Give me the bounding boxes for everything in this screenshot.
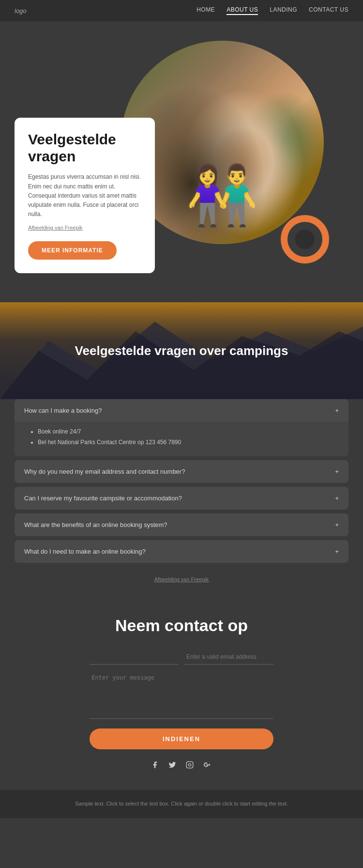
faq-header-5[interactable]: What do I need to make an online booking… (15, 540, 348, 563)
faq-header-3[interactable]: Can I reserve my favourite campsite or a… (15, 487, 348, 510)
faq-toggle-3[interactable]: + (335, 495, 339, 502)
hero-attribution: Afbeelding van Freepik (28, 224, 141, 232)
faq-question-3: Can I reserve my favourite campsite or a… (24, 495, 182, 502)
contact-email-input[interactable] (184, 650, 273, 665)
hero-section: Veelgestelde vragen Egestas purus viverr… (0, 21, 363, 302)
faq-body-1: Boek online 24/7 Bel het National Parks … (15, 422, 348, 456)
contact-title: Neem contact op (15, 616, 348, 635)
freepik-link[interactable]: Freepik (65, 225, 83, 231)
hero-description: Egestas purus viverra accumsan in nisl n… (28, 172, 141, 219)
contact-name-input[interactable] (90, 650, 179, 665)
faq-item-4: What are the benefits of an online booki… (15, 513, 348, 536)
faq-attribution: Afbeelding van Freepik (15, 567, 348, 587)
googleplus-icon[interactable] (203, 761, 212, 771)
faq-header-1[interactable]: How can I make a booking? + (15, 399, 348, 422)
nav-about[interactable]: ABOUT US (227, 6, 258, 15)
faq-header-2[interactable]: Why do you need my email address and con… (15, 460, 348, 483)
hero-title: Veelgestelde vragen (28, 131, 141, 165)
footer-text: Sample text. Click to select the text bo… (15, 800, 348, 808)
nav-landing[interactable]: LANDING (270, 6, 297, 15)
faq-question-4: What are the benefits of an online booki… (24, 521, 167, 528)
facebook-icon[interactable] (151, 761, 159, 771)
faq-freepik-link[interactable]: Freepik (191, 576, 209, 582)
faq-question-5: What do I need to make an online booking… (24, 548, 146, 555)
svg-rect-2 (186, 762, 193, 768)
nav-home[interactable]: HOME (197, 6, 215, 15)
faq-toggle-4[interactable]: + (335, 521, 339, 528)
orange-ring-decoration (281, 215, 329, 264)
contact-section: Neem contact op INDIENEN (0, 597, 363, 790)
faq-answer-item-2: Bel het National Parks Contact Centre op… (38, 437, 334, 448)
faq-toggle-2[interactable]: + (335, 468, 339, 475)
twitter-icon[interactable] (168, 761, 176, 771)
contact-message-textarea[interactable] (90, 670, 273, 719)
contact-form: INDIENEN (90, 650, 273, 749)
faq-toggle-5[interactable]: + (335, 548, 339, 555)
faq-section-title: Veelgestelde vragen over campings (65, 343, 298, 358)
contact-submit-button[interactable]: INDIENEN (90, 728, 273, 749)
faq-item-1: How can I make a booking? + Boek online … (15, 399, 348, 456)
faq-header-4[interactable]: What are the benefits of an online booki… (15, 513, 348, 536)
faq-item-3: Can I reserve my favourite campsite or a… (15, 487, 348, 510)
faq-item-2: Why do you need my email address and con… (15, 460, 348, 483)
hero-card: Veelgestelde vragen Egestas purus viverr… (15, 118, 155, 273)
instagram-icon[interactable] (186, 761, 194, 771)
faq-mountain-banner: Veelgestelde vragen over campings (0, 302, 363, 399)
footer: Sample text. Click to select the text bo… (0, 790, 363, 818)
orange-ring-inner (295, 230, 315, 249)
logo: logo (15, 7, 27, 15)
faq-answer-item-1: Boek online 24/7 (38, 427, 334, 437)
faq-question-2: Why do you need my email address and con… (24, 468, 185, 475)
faq-question-1: How can I make a booking? (24, 407, 102, 414)
faq-accordion-section: How can I make a booking? + Boek online … (0, 399, 363, 597)
faq-item-5: What do I need to make an online booking… (15, 540, 348, 563)
faq-toggle-1[interactable]: + (335, 407, 339, 414)
nav-contact[interactable]: CONTACT US (309, 6, 348, 15)
nav-links: HOME ABOUT US LANDING CONTACT US (197, 6, 348, 15)
contact-form-row-1 (90, 650, 273, 665)
navigation: logo HOME ABOUT US LANDING CONTACT US (0, 0, 363, 21)
social-icons (15, 761, 348, 771)
meer-informatie-button[interactable]: MEER INFORMATIE (28, 241, 117, 260)
